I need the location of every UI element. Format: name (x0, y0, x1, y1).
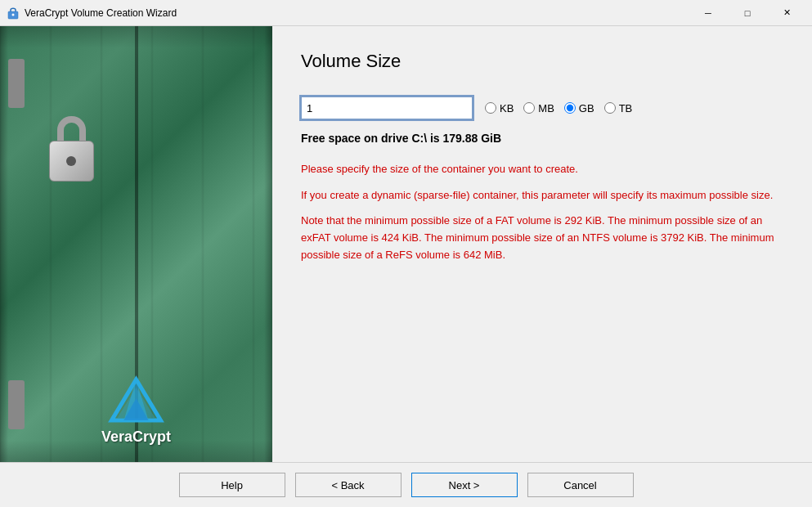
free-space-label: Free space on drive C:\ is 179.88 GiB (301, 132, 783, 145)
radio-mb[interactable] (523, 102, 535, 114)
cancel-button[interactable]: Cancel (527, 473, 634, 497)
app-icon (7, 7, 20, 20)
radio-gb[interactable] (564, 102, 576, 114)
page-title: Volume Size (301, 51, 783, 72)
left-panel: VeraCrypt (0, 26, 272, 462)
unit-gb[interactable]: GB (564, 102, 594, 114)
right-panel: Volume Size KB MB GB TB (272, 26, 812, 462)
svg-point-1 (12, 13, 15, 16)
desc-line1: Please specify the size of the container… (301, 161, 783, 177)
unit-radio-group: KB MB GB TB (485, 102, 632, 114)
maximize-button[interactable]: □ (729, 0, 766, 26)
logo-text: VeraCrypt (101, 428, 171, 446)
veracrypt-logo: VeraCrypt (101, 375, 171, 446)
window-controls: ─ □ ✕ (689, 0, 805, 26)
minimize-button[interactable]: ─ (689, 0, 727, 26)
main-content: VeraCrypt Volume Size KB MB GB (0, 26, 812, 462)
window-title: VeraCrypt Volume Creation Wizard (25, 7, 689, 19)
bottom-bar: Help < Back Next > Cancel (0, 462, 812, 507)
svg-marker-5 (123, 379, 148, 420)
hinge-bottom (8, 380, 25, 429)
back-button[interactable]: < Back (295, 473, 402, 497)
help-button[interactable]: Help (179, 473, 285, 497)
close-button[interactable]: ✕ (768, 0, 805, 26)
padlock (49, 141, 94, 182)
hinge-top (8, 59, 25, 108)
unit-mb[interactable]: MB (523, 102, 554, 114)
next-button[interactable]: Next > (411, 473, 518, 497)
unit-tb[interactable]: TB (604, 102, 633, 114)
door-image: VeraCrypt (0, 26, 272, 462)
radio-kb[interactable] (485, 102, 496, 114)
desc-line2: If you create a dynamic (sparse-file) co… (301, 187, 783, 204)
size-input-row: KB MB GB TB (301, 96, 783, 119)
unit-kb[interactable]: KB (485, 102, 514, 114)
size-input[interactable] (301, 96, 473, 119)
radio-tb[interactable] (604, 102, 616, 114)
title-bar: VeraCrypt Volume Creation Wizard ─ □ ✕ (0, 0, 812, 26)
desc-line3: Note that the minimum possible size of a… (301, 213, 783, 263)
